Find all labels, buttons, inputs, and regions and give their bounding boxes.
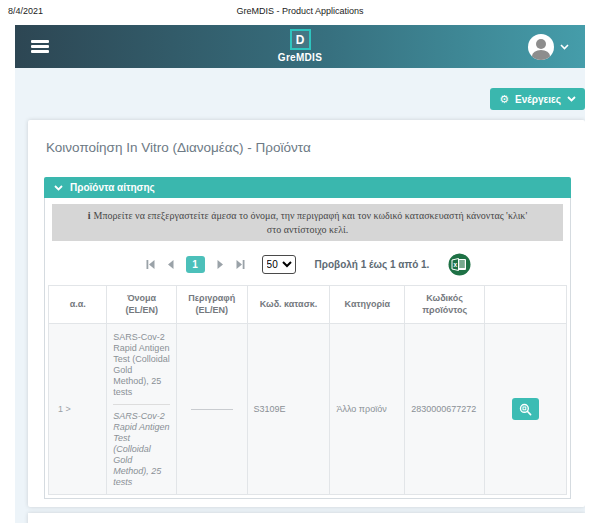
browser-print-header: 8/4/2021 GreMDIS - Product Applications [0,0,600,25]
name-divider [113,404,170,405]
info-text: Μπορείτε να επεξεργαστείτε άμεσα το όνομ… [94,210,528,235]
svg-text:x: x [454,261,458,268]
page-title: Κοινοποίηση In Vitro (Διανομέας) - Προϊό… [46,140,571,155]
table-row: 1 > SARS-Cov-2 Rapid Antigen Test (Collo… [49,324,567,495]
name-en-text: SARS-Cov-2 Rapid Antigen Test (Colloidal… [113,411,170,488]
pagination-summary: Προβολή 1 έως 1 από 1. [315,259,430,270]
header-manufacturer-code: Κωδ. κατασκ. [247,286,330,324]
print-page-title: GreMDIS - Product Applications [0,6,600,16]
products-panel-body: iΜπορείτε να επεξεργαστείτε άμεσα το όνο… [44,198,571,499]
empty-description-divider [191,409,233,410]
app-window: D GreMDIS ⚙ Ενέργειες Κοινοποίηση In Vit… [15,25,585,523]
prev-page-icon [165,259,176,270]
name-cell[interactable]: SARS-Cov-2 Rapid Antigen Test (Colloidal… [107,324,177,495]
category-cell: Άλλο προϊόν [330,324,405,495]
first-page-icon [145,259,156,270]
pagination-bar: 1 50 [48,245,567,285]
chevron-down-icon [560,44,569,50]
actions-button[interactable]: ⚙ Ενέργειες [490,88,585,110]
header-index: α.α. [49,286,107,324]
gears-icon: ⚙ [499,94,509,105]
header-name: Όνομα (EL/EN) [107,286,177,324]
products-panel-header[interactable]: Προϊόντα αίτησης [44,177,571,198]
actions-cell [485,324,567,495]
avatar[interactable] [528,34,554,60]
manufacturer-code-cell[interactable]: S3109E [247,324,330,495]
row-index-cell: 1 > [49,324,107,495]
panel-title: Προϊόντα αίτησης [70,182,155,193]
prev-page-button[interactable] [164,259,177,270]
first-page-button[interactable] [144,259,157,270]
brand-name: GreMDIS [278,52,322,63]
export-excel-button[interactable]: x [448,253,471,276]
header-product-code: Κωδικός προϊόντος [405,286,485,324]
view-product-button[interactable] [512,398,539,420]
next-section-card [28,513,585,523]
next-page-icon [215,259,226,270]
brand-logo: D GreMDIS [15,29,585,63]
last-page-icon [235,259,246,270]
logo-d-icon: D [290,29,311,50]
header-category: Κατηγορία [330,286,405,324]
menu-hamburger-icon[interactable] [31,40,49,53]
description-cell[interactable] [176,324,247,495]
next-page-button[interactable] [214,259,227,270]
info-message: iΜπορείτε να επεξεργαστείτε άμεσα το όνο… [52,204,563,241]
product-code-cell: 2830000677272 [405,324,485,495]
page-background: ⚙ Ενέργειες Κοινοποίηση In Vitro (Διανομ… [15,68,585,523]
collapse-chevron-icon [54,185,63,191]
chevron-down-icon [567,96,576,102]
actions-button-label: Ενέργειες [515,94,561,105]
last-page-button[interactable] [234,259,247,270]
products-panel: Προϊόντα αίτησης iΜπορείτε να επεξεργαστ… [44,177,571,499]
info-icon: i [88,210,91,221]
products-table: α.α. Όνομα (EL/EN) Περιγραφή (EL/EN) Κωδ… [48,285,567,495]
name-el-text: SARS-Cov-2 Rapid Antigen Test (Colloidal… [113,332,170,398]
page-number-button[interactable]: 1 [186,256,205,273]
header-description: Περιγραφή (EL/EN) [176,286,247,324]
actions-toolbar: ⚙ Ενέργειες [15,68,585,110]
magnifier-icon [519,403,532,416]
header-actions [485,286,567,324]
page-size-select[interactable]: 50 [262,255,296,274]
main-card: Κοινοποίηση In Vitro (Διανομέας) - Προϊό… [28,120,585,507]
table-header-row: α.α. Όνομα (EL/EN) Περιγραφή (EL/EN) Κωδ… [49,286,567,324]
user-menu[interactable] [528,34,569,60]
top-navbar: D GreMDIS [15,25,585,68]
excel-icon: x [448,253,471,276]
